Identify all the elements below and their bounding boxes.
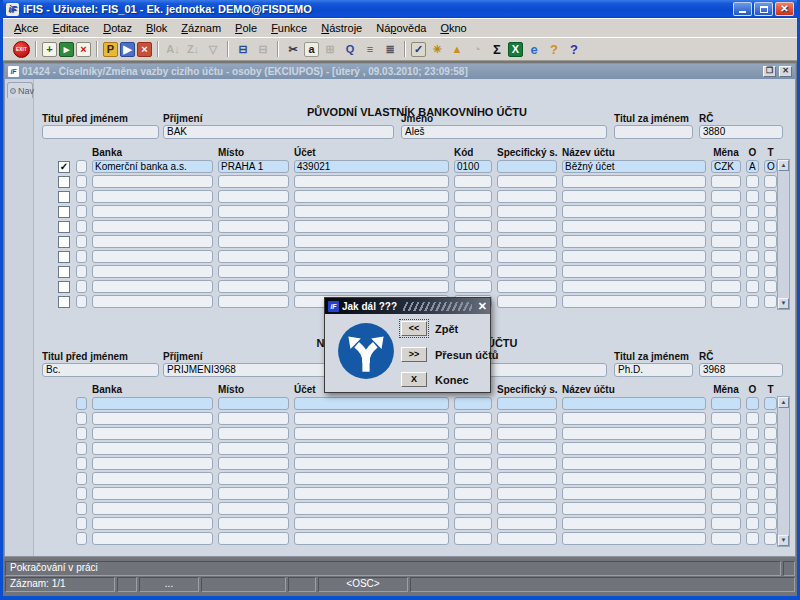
cell-ucet[interactable] bbox=[294, 487, 449, 500]
cell-misto[interactable] bbox=[218, 220, 289, 233]
print-icon[interactable]: ⊟ bbox=[234, 41, 252, 58]
cell-specificky[interactable] bbox=[497, 160, 557, 173]
cell-o[interactable] bbox=[746, 265, 759, 278]
cell-ucet[interactable] bbox=[294, 220, 449, 233]
cell-specificky[interactable] bbox=[497, 442, 557, 455]
row-checkbox[interactable] bbox=[58, 251, 70, 263]
cell-o[interactable] bbox=[746, 517, 759, 530]
cell-kod[interactable] bbox=[454, 235, 492, 248]
cell-nazev_uctu[interactable] bbox=[562, 442, 706, 455]
maximize-button[interactable] bbox=[754, 2, 773, 16]
cell-ucet[interactable] bbox=[294, 472, 449, 485]
cell-mena[interactable] bbox=[711, 280, 741, 293]
cell-ucet[interactable] bbox=[294, 427, 449, 440]
cell-nazev_uctu[interactable] bbox=[562, 220, 706, 233]
cell-misto[interactable] bbox=[218, 442, 289, 455]
cell-mena[interactable] bbox=[711, 442, 741, 455]
cell-nazev_uctu[interactable] bbox=[562, 487, 706, 500]
menu-item[interactable]: Editace bbox=[45, 20, 96, 36]
enter-query-icon[interactable]: P bbox=[103, 42, 118, 57]
cell-specificky[interactable] bbox=[497, 457, 557, 470]
cell-t[interactable] bbox=[764, 295, 777, 308]
scrollbar[interactable]: ▲ ▼ bbox=[777, 396, 790, 547]
row-checkbox[interactable] bbox=[58, 281, 70, 293]
excel-export-icon[interactable]: X bbox=[508, 42, 523, 57]
cell-mena[interactable] bbox=[711, 265, 741, 278]
cell-misto[interactable] bbox=[218, 457, 289, 470]
cell-mena[interactable] bbox=[711, 532, 741, 545]
cell-banka[interactable] bbox=[92, 412, 213, 425]
cell-nazev_uctu[interactable] bbox=[562, 175, 706, 188]
cell-mena[interactable]: CZK bbox=[711, 160, 741, 173]
cell-o[interactable] bbox=[746, 250, 759, 263]
list-of-values-icon[interactable]: ≡ bbox=[361, 41, 379, 58]
cell-ucet[interactable] bbox=[294, 205, 449, 218]
cell-banka[interactable] bbox=[92, 472, 213, 485]
cell-banka[interactable] bbox=[92, 457, 213, 470]
cell-t[interactable] bbox=[764, 397, 777, 410]
cell-o[interactable] bbox=[746, 235, 759, 248]
mountain-icon[interactable]: ▲ bbox=[448, 41, 466, 58]
cell-misto[interactable] bbox=[218, 280, 289, 293]
titul-za-field[interactable] bbox=[614, 125, 693, 139]
cell-specificky[interactable] bbox=[497, 517, 557, 530]
cell-specificky[interactable] bbox=[497, 427, 557, 440]
cell-ucet[interactable] bbox=[294, 517, 449, 530]
cell-t[interactable] bbox=[764, 235, 777, 248]
menu-item[interactable]: Nápověda bbox=[369, 20, 433, 36]
delete-record-icon[interactable]: × bbox=[76, 42, 91, 57]
cell-misto[interactable] bbox=[218, 427, 289, 440]
cell-mena[interactable] bbox=[711, 205, 741, 218]
cell-mena[interactable] bbox=[711, 427, 741, 440]
cell-o[interactable] bbox=[746, 280, 759, 293]
cell-specificky[interactable] bbox=[497, 532, 557, 545]
cell-t[interactable] bbox=[764, 442, 777, 455]
cell-o[interactable]: A bbox=[746, 160, 759, 173]
cell-mena[interactable] bbox=[711, 502, 741, 515]
cell-o[interactable] bbox=[746, 205, 759, 218]
cell-banka[interactable] bbox=[92, 235, 213, 248]
cell-banka[interactable] bbox=[92, 280, 213, 293]
cell-nazev_uctu[interactable]: Běžný účet bbox=[562, 160, 706, 173]
cell-o[interactable] bbox=[746, 220, 759, 233]
cell-nazev_uctu[interactable] bbox=[562, 532, 706, 545]
dialog-transfer-button[interactable]: >> bbox=[401, 347, 427, 362]
scrollbar[interactable]: ▲ ▼ bbox=[777, 159, 790, 310]
cell-misto[interactable] bbox=[218, 502, 289, 515]
clipboard-icon[interactable]: ✓ bbox=[411, 42, 426, 57]
cell-specificky[interactable] bbox=[497, 205, 557, 218]
cell-t[interactable] bbox=[764, 175, 777, 188]
cell-ucet[interactable] bbox=[294, 442, 449, 455]
cell-o[interactable] bbox=[746, 532, 759, 545]
cell-misto[interactable] bbox=[218, 397, 289, 410]
cell-mena[interactable] bbox=[711, 397, 741, 410]
rc-field[interactable]: 3968 bbox=[699, 363, 783, 377]
cell-mena[interactable] bbox=[711, 517, 741, 530]
cell-banka[interactable] bbox=[92, 175, 213, 188]
scroll-down-icon[interactable]: ▼ bbox=[778, 298, 789, 309]
cell-specificky[interactable] bbox=[497, 265, 557, 278]
cell-ucet[interactable] bbox=[294, 502, 449, 515]
cell-nazev_uctu[interactable] bbox=[562, 517, 706, 530]
helm-icon[interactable]: ✳ bbox=[428, 41, 446, 58]
row-checkbox[interactable]: ✓ bbox=[58, 161, 70, 173]
cell-nazev_uctu[interactable] bbox=[562, 397, 706, 410]
dialog-close-icon[interactable]: ✕ bbox=[478, 301, 487, 312]
cell-kod[interactable]: 0100 bbox=[454, 160, 492, 173]
save-record-icon[interactable]: ▸ bbox=[59, 42, 74, 57]
jmeno-field[interactable]: Aleš bbox=[401, 125, 607, 139]
cell-banka[interactable]: Komerční banka a.s. bbox=[92, 160, 213, 173]
tree-view-icon[interactable]: ≣ bbox=[381, 41, 399, 58]
menu-item[interactable]: Dotaz bbox=[96, 20, 139, 36]
cell-banka[interactable] bbox=[92, 250, 213, 263]
cell-banka[interactable] bbox=[92, 517, 213, 530]
cell-nazev_uctu[interactable] bbox=[562, 295, 706, 308]
cell-ucet[interactable] bbox=[294, 190, 449, 203]
cell-banka[interactable] bbox=[92, 442, 213, 455]
cell-t[interactable] bbox=[764, 517, 777, 530]
cell-specificky[interactable] bbox=[497, 235, 557, 248]
cell-kod[interactable] bbox=[454, 457, 492, 470]
cell-mena[interactable] bbox=[711, 220, 741, 233]
cell-kod[interactable] bbox=[454, 205, 492, 218]
titul-pred-field[interactable] bbox=[42, 125, 159, 139]
